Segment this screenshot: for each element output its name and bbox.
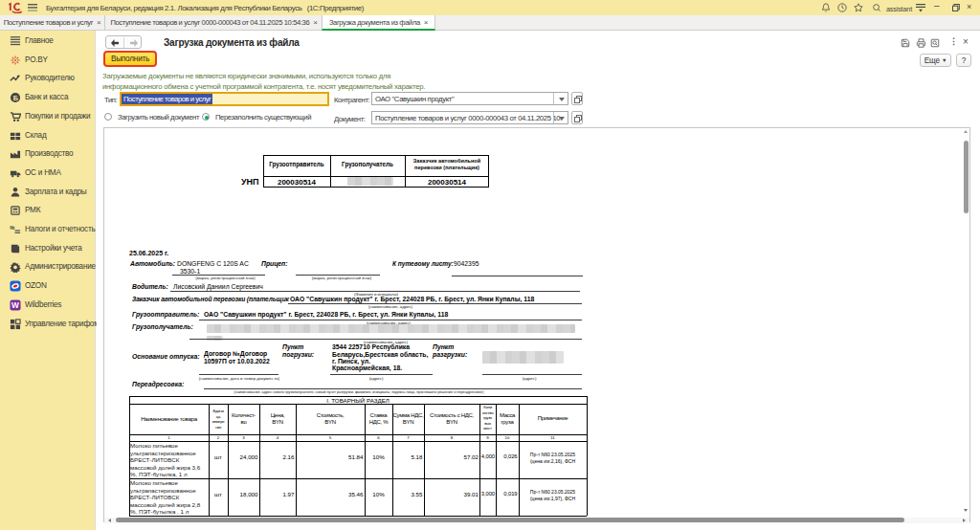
svg-text:%: % xyxy=(10,225,15,231)
svg-text:W: W xyxy=(11,300,19,310)
svg-text:Б: Б xyxy=(13,94,19,102)
